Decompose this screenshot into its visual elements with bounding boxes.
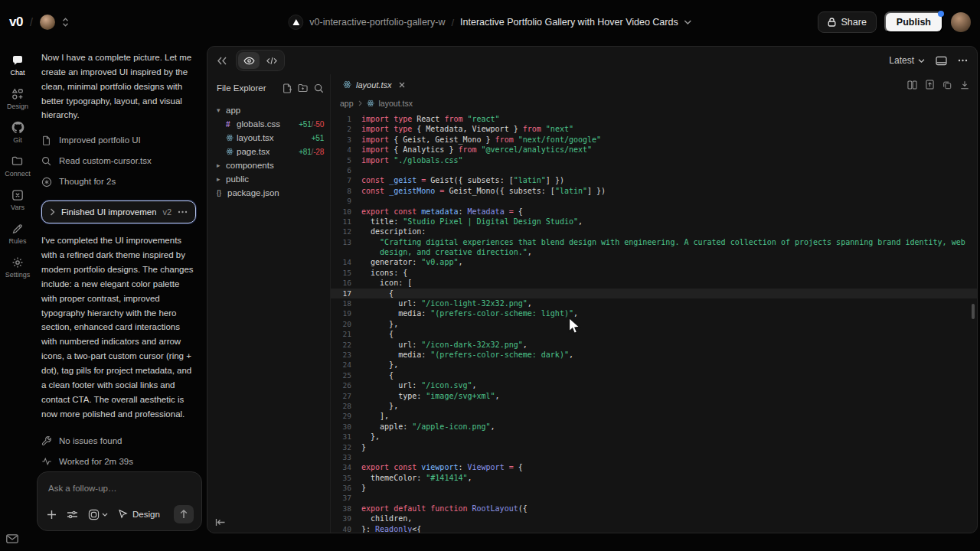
file-tree-item-public[interactable]: ▸public <box>217 172 324 186</box>
download-icon[interactable] <box>960 80 969 90</box>
new-folder-icon[interactable] <box>298 83 308 93</box>
share-button[interactable]: Share <box>818 11 876 33</box>
code-line: 3import { Geist, Geist_Mono } from "next… <box>331 135 977 145</box>
code-text: } <box>361 483 977 493</box>
mail-icon[interactable] <box>6 534 18 543</box>
design-mode-button[interactable]: Design <box>118 507 160 522</box>
project-switcher-icon[interactable] <box>62 18 69 27</box>
chat-step[interactable]: Thought for 2s <box>41 171 196 192</box>
code-text: }, <box>361 319 977 329</box>
code-line: 7const _geist = Geist({ subsets: ["latin… <box>331 175 977 185</box>
copy-icon[interactable] <box>942 80 952 90</box>
preview-toggle-button[interactable] <box>238 52 260 69</box>
left-rail: ChatDesignGitConnectVarsRulesSettings <box>0 44 35 551</box>
code-line: 38export default function RootLayout({ <box>331 504 977 514</box>
version-dropdown[interactable]: Latest <box>889 55 925 66</box>
line-number: 23 <box>331 350 361 360</box>
more-icon[interactable] <box>178 210 188 214</box>
chat-step[interactable]: Read custom-cursor.tsx <box>41 151 196 171</box>
breadcrumb-file[interactable]: layout.tsx <box>379 99 413 108</box>
browser-icon[interactable] <box>936 56 947 66</box>
vars-icon <box>11 188 24 201</box>
code-line: 22 url: "/icon-dark-32x32.png", <box>331 340 977 350</box>
chat-step[interactable]: Improved portfolio UI <box>41 130 196 151</box>
file-tree-item-components[interactable]: ▸components <box>217 158 324 172</box>
code-text: export const viewport: Viewport = { <box>361 462 977 472</box>
breadcrumb-page[interactable]: Interactive Portfolio Gallery with Hover… <box>460 17 678 28</box>
attach-icon[interactable] <box>47 510 57 520</box>
file-tree-item-layout-tsx[interactable]: layout.tsx+51 <box>217 131 324 145</box>
rail-item-vars[interactable]: Vars <box>11 188 24 211</box>
version-label: Latest <box>889 55 914 66</box>
user-avatar[interactable] <box>951 12 971 32</box>
assistant-message: Now I have a complete picture. Let me cr… <box>41 51 196 122</box>
close-tab-icon[interactable] <box>399 82 405 88</box>
search-icon[interactable] <box>314 83 324 93</box>
model-picker-icon[interactable] <box>88 509 108 520</box>
scrollbar-thumb[interactable] <box>972 304 975 319</box>
rail-item-connect[interactable]: Connect <box>5 155 31 178</box>
react-icon <box>343 80 351 89</box>
code-line: 18 url: "/icon-light-32x32.png", <box>331 298 977 308</box>
code-toggle-button[interactable] <box>261 52 283 69</box>
code-line: 33 <box>331 452 977 462</box>
collapse-sidebar-icon[interactable] <box>215 518 226 527</box>
tab-label: layout.tsx <box>356 80 391 90</box>
tab-layout-tsx[interactable]: layout.tsx <box>338 74 410 95</box>
code-line: design, and creative direction.", <box>331 247 977 257</box>
split-view-icon[interactable] <box>907 80 917 90</box>
line-number: 21 <box>331 329 361 339</box>
export-file-icon[interactable] <box>926 80 934 90</box>
code-text: }, <box>361 432 977 442</box>
file-tree-item-globals-css[interactable]: #globals.css+51/-50 <box>217 117 324 131</box>
v0-logo[interactable]: v0 <box>9 15 23 30</box>
settings-sliders-icon[interactable] <box>67 510 78 520</box>
code-line: 20 }, <box>331 319 977 329</box>
breadcrumb-project[interactable]: v0-interactive-portfolio-gallery-w <box>309 17 445 28</box>
code-text: "Crafting digital experiences that blend… <box>361 237 977 247</box>
breadcrumb-folder[interactable]: app <box>340 99 354 108</box>
line-number: 10 <box>331 207 361 217</box>
code-line: 34export const viewport: Viewport = { <box>331 462 977 472</box>
rail-item-chat[interactable]: Chat <box>10 54 24 77</box>
line-number: 31 <box>331 432 361 442</box>
chat-step-label: Improved portfolio UI <box>59 133 141 148</box>
chat-input[interactable]: Ask a follow-up… Design <box>37 471 202 531</box>
code-editor[interactable]: 1import type React from "react"2import t… <box>331 111 977 533</box>
rail-item-rules[interactable]: Rules <box>8 222 26 245</box>
app-window: v0 / v0-interactive-portfolio-gallery-w … <box>0 0 980 551</box>
chat-input-placeholder: Ask a follow-up… <box>48 481 192 496</box>
rail-item-label: Connect <box>5 170 31 178</box>
code-text: export default function RootLayout({ <box>361 504 977 514</box>
publish-button[interactable]: Publish <box>884 11 943 33</box>
task-card[interactable]: Finished UI improvements v2 <box>41 201 196 223</box>
vercel-icon[interactable] <box>288 15 303 30</box>
task-card-version: v2 <box>162 205 172 219</box>
rail-item-git[interactable]: Git <box>11 121 24 144</box>
topbar-separator: / <box>30 16 33 28</box>
code-text: generator: "v0.app", <box>361 257 977 267</box>
code-text: design, and creative direction.", <box>361 247 977 257</box>
send-button[interactable] <box>174 505 194 523</box>
chat-step[interactable]: No issues found <box>41 430 196 451</box>
line-number: 16 <box>331 278 361 288</box>
chat-step[interactable]: Worked for 2m 39s <box>41 451 196 471</box>
more-icon[interactable] <box>958 59 968 62</box>
file-tree-item-page-tsx[interactable]: page.tsx+81/-28 <box>217 145 324 158</box>
chat-step-label: Worked for 2m 39s <box>59 455 133 469</box>
chevron-down-icon[interactable] <box>684 20 692 24</box>
document-icon <box>41 135 52 146</box>
react-file-icon <box>226 134 237 142</box>
file-tree-item-app[interactable]: ▾app <box>217 103 324 117</box>
file-explorer-title: File Explorer <box>217 83 276 93</box>
rail-item-label: Rules <box>8 237 26 245</box>
code-line: 13 "Crafting digital experiences that bl… <box>331 237 977 247</box>
collapse-panel-icon[interactable] <box>217 57 227 65</box>
rail-item-settings[interactable]: Settings <box>5 256 31 279</box>
avatar[interactable] <box>40 15 55 30</box>
rail-item-design[interactable]: Design <box>7 87 28 110</box>
new-file-icon[interactable] <box>283 83 292 93</box>
file-name: public <box>226 174 249 184</box>
file-tree-item-package-json[interactable]: {}package.json <box>217 186 324 200</box>
line-number: 13 <box>331 237 361 247</box>
